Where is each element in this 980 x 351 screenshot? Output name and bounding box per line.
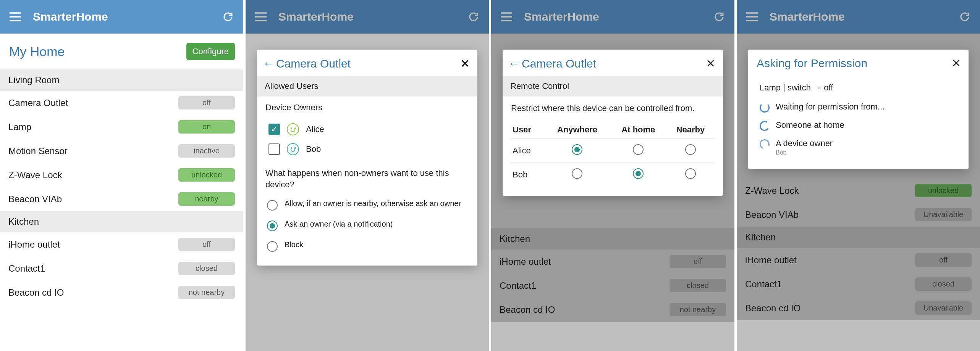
back-icon[interactable]: ← <box>262 56 275 71</box>
app-title: SmarterHome <box>33 10 220 23</box>
device-label: Lamp <box>8 122 31 132</box>
user-cell: Alice <box>511 138 544 163</box>
device-status[interactable]: unlocked <box>178 168 235 182</box>
policy-label: Block <box>285 240 303 249</box>
device-row[interactable]: iHome outletoff <box>0 232 243 256</box>
avatar-icon <box>287 123 299 135</box>
menu-icon[interactable] <box>7 8 24 25</box>
device-status[interactable]: off <box>178 238 235 251</box>
permission-text: Waiting for permission from... <box>776 102 885 112</box>
device-label: Contact1 <box>8 263 45 274</box>
spinner-icon <box>758 138 771 150</box>
table-header: Nearby <box>666 121 715 139</box>
refresh-icon[interactable] <box>220 8 236 25</box>
permission-subtext: Bob <box>776 149 833 156</box>
device-row[interactable]: Contact1closed <box>0 256 243 280</box>
dialog-section-title: Remote Control <box>503 76 723 97</box>
screen-home: SmarterHome My Home Configure Living Roo… <box>0 0 243 351</box>
device-status[interactable]: inactive <box>178 144 235 158</box>
dialog-allowed-users: ← Camera Outlet ✕ Allowed Users Device O… <box>257 50 477 266</box>
screen-allowed-users: SmarterHome ← Camera Outlet ✕ Allowed Us… <box>246 0 489 351</box>
dialog-title: Camera Outlet <box>276 57 460 70</box>
page-title: My Home <box>9 44 65 59</box>
screen-permission: SmarterHome Z-Wave LockunlockedBeacon VI… <box>737 0 980 351</box>
dialog-section-title: Allowed Users <box>257 76 477 97</box>
spinner-icon <box>760 103 770 113</box>
permission-action: Lamp | switch → off <box>757 81 960 98</box>
close-icon[interactable]: ✕ <box>951 56 961 70</box>
device-status[interactable]: nearby <box>178 192 235 206</box>
dialog-title: Camera Outlet <box>522 57 706 70</box>
location-radio[interactable] <box>685 168 696 179</box>
permission-text: Someone at home <box>776 120 844 130</box>
policy-label: Allow, if an owner is nearby, otherwise … <box>285 199 461 208</box>
dialog-permission: Asking for Permission ✕ Lamp | switch → … <box>748 50 969 169</box>
avatar-icon <box>287 143 299 155</box>
location-radio[interactable] <box>633 168 644 179</box>
section-header: Living Room <box>0 69 243 91</box>
device-row[interactable]: Z-Wave Lockunlocked <box>0 163 243 187</box>
permission-item: Someone at home <box>757 116 960 135</box>
policy-option[interactable]: Allow, if an owner is nearby, otherwise … <box>265 195 469 215</box>
owner-row[interactable]: ✓Alice <box>265 119 469 139</box>
location-radio[interactable] <box>685 144 696 155</box>
location-radio[interactable] <box>572 144 582 155</box>
location-radio[interactable] <box>572 168 582 179</box>
owner-name: Alice <box>306 124 324 134</box>
table-header: Anywhere <box>544 121 610 139</box>
close-icon[interactable]: ✕ <box>706 57 715 70</box>
device-label: Camera Outlet <box>8 98 68 108</box>
device-status[interactable]: off <box>178 96 235 109</box>
remote-control-table: UserAnywhereAt homeNearby AliceBob <box>511 121 715 187</box>
configure-button[interactable]: Configure <box>186 43 235 60</box>
non-owner-question: What happens when non-owners want to use… <box>265 167 469 190</box>
device-row[interactable]: Lampon <box>0 115 243 139</box>
remote-control-description: Restrict where this device can be contro… <box>511 103 715 114</box>
screen-remote-control: SmarterHome KitcheniHome outletoffContac… <box>491 0 734 351</box>
location-radio[interactable] <box>633 144 644 155</box>
device-label: Z-Wave Lock <box>8 170 62 180</box>
radio-button[interactable] <box>267 200 278 211</box>
owner-row[interactable]: Bob <box>265 139 469 159</box>
radio-button[interactable] <box>267 241 278 252</box>
dialog-remote-control: ← Camera Outlet ✕ Remote Control Restric… <box>503 50 723 196</box>
device-label: Beacon cd IO <box>8 287 64 298</box>
dialog-title: Asking for Permission <box>757 57 951 70</box>
owner-checkbox[interactable]: ✓ <box>268 124 280 135</box>
policy-option[interactable]: Block <box>265 236 469 256</box>
device-row[interactable]: Motion Sensorinactive <box>0 139 243 163</box>
permission-text: A device owner <box>776 138 833 148</box>
device-status[interactable]: closed <box>178 262 235 275</box>
policy-option[interactable]: Ask an owner (via a notification) <box>265 215 469 236</box>
permission-item: A device ownerBob <box>757 135 960 160</box>
spinner-icon <box>759 120 770 132</box>
section-header: Kitchen <box>0 211 243 232</box>
table-row: Alice <box>511 138 715 163</box>
permission-item: Waiting for permission from... <box>757 98 960 116</box>
owner-checkbox[interactable] <box>268 143 280 155</box>
device-label: Motion Sensor <box>8 146 68 156</box>
device-owners-heading: Device Owners <box>265 103 469 113</box>
policy-label: Ask an owner (via a notification) <box>285 220 393 229</box>
radio-button[interactable] <box>267 221 278 231</box>
table-row: Bob <box>511 163 715 187</box>
device-label: Beacon VIAb <box>8 194 62 204</box>
device-status[interactable]: not nearby <box>178 286 235 299</box>
device-row[interactable]: Beacon cd IOnot nearby <box>0 280 243 304</box>
device-status[interactable]: on <box>178 120 235 134</box>
owner-name: Bob <box>306 144 321 154</box>
user-cell: Bob <box>511 163 544 187</box>
device-label: iHome outlet <box>8 239 60 250</box>
table-header: At home <box>610 121 666 139</box>
topbar: SmarterHome <box>0 0 243 34</box>
device-row[interactable]: Beacon VIAbnearby <box>0 187 243 211</box>
back-icon[interactable]: ← <box>508 56 520 71</box>
table-header: User <box>511 121 544 139</box>
close-icon[interactable]: ✕ <box>460 57 470 70</box>
device-row[interactable]: Camera Outletoff <box>0 91 243 115</box>
